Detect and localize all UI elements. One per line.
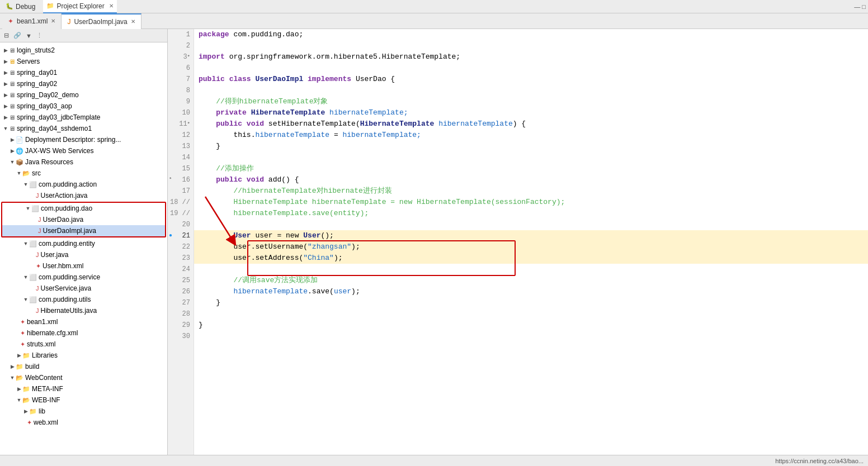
- sidebar-item-build[interactable]: ▶ 📁 build: [0, 361, 167, 372]
- sidebar-item-userservice[interactable]: J UserService.java: [0, 283, 167, 294]
- ln-15: 15: [168, 163, 194, 174]
- arrow-servers: ▶: [2, 59, 9, 64]
- sidebar-item-com-pudding-action[interactable]: ▼ ⬜ com.pudding.action: [0, 179, 167, 190]
- project-icon-spring-day02: 🖥: [9, 80, 15, 87]
- sidebar-item-spring-day03-aop[interactable]: ▶ 🖥 spring_day03_aop: [0, 101, 167, 112]
- arrow-webcontent: ▼: [9, 375, 16, 381]
- code-editor[interactable]: 1 2 3* 6 7 8 9 10 11* 12 13 14 15 16* 17…: [168, 29, 868, 455]
- label-user-java: User.java: [41, 251, 69, 259]
- code-line-26: hibernateTemplate.save(user);: [194, 286, 868, 297]
- code-line-30: [194, 331, 868, 342]
- ln-22: 22: [168, 241, 194, 253]
- sidebar-item-lib[interactable]: ▶ 📁 lib: [0, 406, 167, 417]
- code-line-29: }: [194, 320, 868, 331]
- sidebar-item-login-struts2[interactable]: ▶ 🖥 login_struts2: [0, 45, 167, 56]
- code-line-6: [194, 63, 868, 74]
- folder-icon-webcontent: 📂: [16, 374, 23, 382]
- sidebar-item-com-pudding-dao[interactable]: ▼ ⬜ com.pudding.dao: [2, 203, 165, 214]
- sidebar-item-com-pudding-service[interactable]: ▼ ⬜ com.pudding.service: [0, 272, 167, 283]
- maximize-view-button[interactable]: □: [862, 3, 866, 10]
- sidebar-item-hibernateutils[interactable]: J HibernateUtils.java: [0, 305, 167, 316]
- sidebar-item-meta-inf[interactable]: ▶ 📁 META-INF: [0, 383, 167, 394]
- close-project-explorer-icon[interactable]: ✕: [109, 3, 114, 9]
- code-line-10: private HibernateTemplate hibernateTempl…: [194, 107, 868, 118]
- tab-userdaoimpl[interactable]: J UserDaoImpl.java ✕: [62, 13, 141, 29]
- folder-icon-build: 📁: [16, 363, 23, 370]
- label-spring-day03-aop: spring_day03_aop: [17, 102, 72, 110]
- project-icon-spring-day04: 🖥: [9, 125, 15, 132]
- arrow-spring-day03-jdbc: ▶: [2, 115, 9, 120]
- label-hibernate-cfg: hibernate.cfg.xml: [27, 329, 78, 337]
- ln-17: 17: [168, 186, 194, 197]
- label-web-inf: WEB-INF: [32, 396, 60, 404]
- collapse-all-button[interactable]: ⊟: [2, 31, 11, 40]
- sidebar-item-servers[interactable]: ▶ 🖥 Servers: [0, 56, 167, 67]
- sidebar-item-hibernate-cfg[interactable]: ✦ hibernate.cfg.xml: [0, 327, 167, 339]
- sidebar-item-useraction[interactable]: J UserAction.java: [0, 190, 167, 201]
- arrow-spring-day02-demo: ▶: [2, 92, 9, 98]
- tab-bean1xml[interactable]: ✦ bean1.xml ✕: [2, 13, 62, 29]
- code-line-27: }: [194, 297, 868, 308]
- sidebar-item-userdaoimpl[interactable]: J UserDaoImpl.java: [2, 225, 165, 236]
- sidebar-item-libraries[interactable]: ▶ 📁 Libraries: [0, 350, 167, 361]
- label-spring-day02: spring_day02: [17, 80, 57, 88]
- sidebar-item-user-java[interactable]: J User.java: [0, 249, 167, 260]
- sidebar-item-spring-day01[interactable]: ▶ 🖥 spring_day01: [0, 67, 167, 78]
- sidebar-item-deployment[interactable]: ▶ 📄 Deployment Descriptor: spring...: [0, 134, 167, 145]
- code-line-25: //调用save方法实现添加: [194, 275, 868, 286]
- code-line-18: HibernateTemplate hibernateTemplate = ne…: [194, 197, 868, 208]
- view-menu-button[interactable]: ⋮: [35, 31, 44, 40]
- label-userdaoimpl: UserDaoImpl.java: [43, 227, 96, 235]
- sidebar-item-jaxws[interactable]: ▶ 🌐 JAX-WS Web Services: [0, 145, 167, 156]
- ln-30: 30: [168, 331, 194, 342]
- code-line-14: [194, 152, 868, 163]
- link-with-editor-button[interactable]: 🔗: [12, 31, 23, 40]
- folder-icon-web-inf: 📂: [22, 397, 30, 404]
- label-spring-day04: spring_day04_sshdemo1: [17, 125, 92, 132]
- main-content: ⊟ 🔗 ▼ ⋮ ▶ 🖥 login_struts2 ▶ 🖥 Servers: [0, 29, 868, 455]
- sidebar-item-com-pudding-entity[interactable]: ▼ ⬜ com.pudding.entity: [0, 238, 167, 249]
- ln-12: 12: [168, 130, 194, 141]
- ln-10: 10: [168, 107, 194, 118]
- label-servers: Servers: [17, 58, 40, 65]
- java-icon-useraction: J: [36, 192, 39, 199]
- label-lib: lib: [39, 407, 45, 415]
- tab-debug-label: Debug: [16, 3, 35, 11]
- java-icon-userdaoimpl: J: [38, 227, 41, 234]
- sidebar-item-user-hbm[interactable]: ✦ User.hbm.xml: [0, 260, 167, 272]
- close-userdaoimpl-button[interactable]: ✕: [131, 18, 135, 25]
- sidebar-item-userdao[interactable]: J UserDao.java: [2, 214, 165, 225]
- code-line-24: [194, 264, 868, 275]
- sidebar: ⊟ 🔗 ▼ ⋮ ▶ 🖥 login_struts2 ▶ 🖥 Servers: [0, 29, 168, 455]
- ln-11: 11*: [168, 118, 194, 130]
- label-com-pudding-dao: com.pudding.dao: [41, 205, 92, 212]
- sidebar-item-webcontent[interactable]: ▼ 📂 WebContent: [0, 372, 167, 383]
- code-line-21: User user = new User();: [194, 230, 868, 241]
- minimize-view-button[interactable]: —: [854, 3, 860, 10]
- sidebar-item-com-pudding-utils[interactable]: ▼ ⬜ com.pudding.utils: [0, 294, 167, 305]
- sidebar-item-web-xml[interactable]: ✦ web.xml: [0, 417, 167, 428]
- project-icon-login-struts2: 🖥: [9, 47, 15, 54]
- sidebar-item-web-inf[interactable]: ▼ 📂 WEB-INF: [0, 394, 167, 406]
- tab-project-explorer[interactable]: 📁 Project Explorer ✕: [43, 0, 116, 13]
- code-line-17: //hibernateTemplate对hibernate进行封装: [194, 186, 868, 197]
- tab-debug[interactable]: 🐛 Debug: [2, 0, 39, 13]
- sidebar-item-java-resources[interactable]: ▼ 📦 Java Resources: [0, 156, 167, 168]
- filter-button[interactable]: ▼: [24, 31, 34, 40]
- close-bean1xml-button[interactable]: ✕: [51, 18, 55, 24]
- ln-21: 21: [168, 230, 194, 241]
- sidebar-item-bean1xml[interactable]: ✦ bean1.xml: [0, 316, 167, 327]
- sidebar-item-spring-day02[interactable]: ▶ 🖥 spring_day02: [0, 78, 167, 89]
- tab-project-explorer-label: Project Explorer: [56, 2, 104, 10]
- sidebar-item-struts-xml[interactable]: ✦ struts.xml: [0, 339, 167, 350]
- label-build: build: [25, 363, 39, 370]
- arrow-com-pudding-entity: ▼: [22, 241, 29, 246]
- label-bean1xml: bean1.xml: [27, 318, 58, 326]
- arrow-src: ▼: [16, 170, 22, 176]
- sidebar-item-spring-day03-jdbc[interactable]: ▶ 🖥 spring_day03_jdbcTemplate: [0, 112, 167, 123]
- sidebar-item-spring-day04[interactable]: ▼ 🖥 spring_day04_sshdemo1: [0, 123, 167, 134]
- ln-7: 7: [168, 74, 194, 85]
- package-icon-dao: ⬜: [31, 205, 39, 212]
- sidebar-item-src[interactable]: ▼ 📂 src: [0, 168, 167, 179]
- sidebar-item-spring-day02-demo[interactable]: ▶ 🖥 spring_Day02_demo: [0, 89, 167, 101]
